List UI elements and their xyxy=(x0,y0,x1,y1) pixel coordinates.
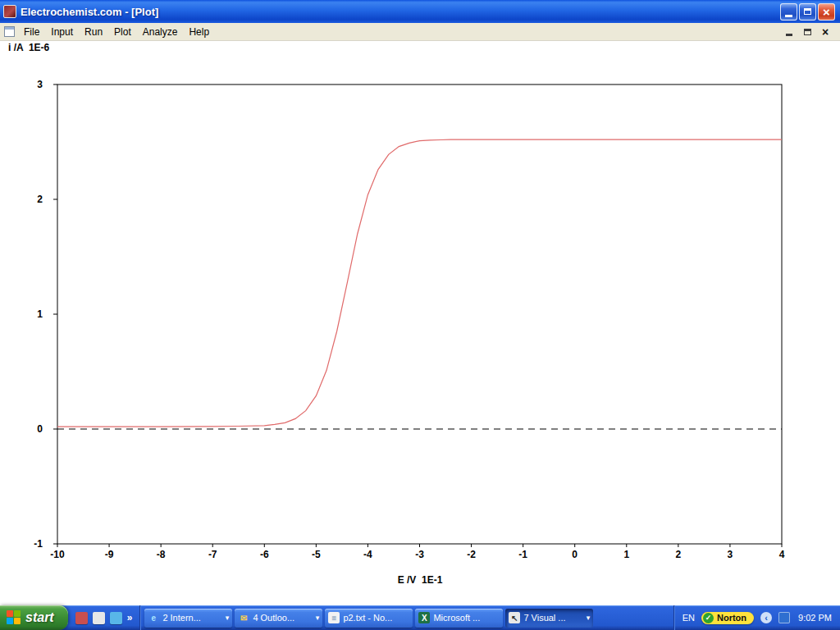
y-tick-label: 0 xyxy=(37,423,43,435)
plot-window-icon xyxy=(4,26,15,37)
quick-launch-overflow-chevron[interactable]: » xyxy=(127,612,133,623)
desktop-screen: Electrochemist.com - [Plot] × FileInputR… xyxy=(0,0,840,630)
x-tick-label: -2 xyxy=(467,549,476,560)
task-button-label: 7 Visual ... xyxy=(523,613,582,623)
menu-item-file[interactable]: File xyxy=(18,25,45,39)
group-chevron-icon: ▾ xyxy=(226,614,230,622)
task-button-label: 2 Intern... xyxy=(162,613,221,623)
mdi-minimize-icon xyxy=(786,34,792,36)
menu-item-analyze[interactable]: Analyze xyxy=(137,25,184,39)
minimize-button[interactable] xyxy=(780,3,797,21)
titlebar: Electrochemist.com - [Plot] × xyxy=(0,0,840,23)
group-chevron-icon: ▾ xyxy=(316,614,320,622)
language-indicator[interactable]: EN xyxy=(682,613,695,623)
start-button-label: start xyxy=(25,610,54,625)
system-tray: EN ✓ Norton ‹ 9:02 PM xyxy=(673,605,840,630)
y-tick-label: 1 xyxy=(37,308,43,320)
tray-icons xyxy=(778,612,790,623)
x-tick-label: -6 xyxy=(260,549,269,560)
taskbar-button-microsoft[interactable]: XMicrosoft ... xyxy=(415,609,503,628)
mdi-window-controls: × xyxy=(783,26,838,38)
task-button-label: Microsoft ... xyxy=(433,613,500,623)
minimize-icon xyxy=(785,15,792,17)
taskbar-clock: 9:02 PM xyxy=(797,613,832,623)
taskbar-button-4-outloo[interactable]: ✉4 Outloo...▾ xyxy=(235,609,322,628)
close-icon: × xyxy=(823,6,830,18)
x-tick-label: -10 xyxy=(50,549,65,560)
voltammogram-chart: -10-9-8-7-6-5-4-3-2-1012343210-1 xyxy=(0,41,840,605)
tray-icon-1[interactable] xyxy=(778,612,790,623)
close-button[interactable]: × xyxy=(818,3,835,21)
taskbar-button-2-intern[interactable]: e2 Intern...▾ xyxy=(144,609,232,628)
excel-icon: X xyxy=(418,612,430,623)
app-icon xyxy=(3,5,16,18)
norton-label: Norton xyxy=(717,613,746,623)
menu-items: FileInputRunPlotAnalyzeHelp xyxy=(18,25,215,39)
menubar: FileInputRunPlotAnalyzeHelp × xyxy=(0,23,840,41)
x-tick-label: -3 xyxy=(415,549,424,560)
start-button[interactable]: start xyxy=(0,605,68,630)
taskbar-button-7-visual[interactable]: ↖7 Visual ...▾ xyxy=(505,609,593,628)
x-tick-label: 0 xyxy=(572,549,578,560)
mdi-close-button[interactable]: × xyxy=(819,26,831,38)
x-axis-title: E /V 1E-1 xyxy=(0,574,840,586)
quick-launch-icons xyxy=(75,612,122,624)
menu-item-input[interactable]: Input xyxy=(45,25,79,39)
menu-item-run[interactable]: Run xyxy=(79,25,108,39)
quick-launch-icon-2[interactable] xyxy=(93,612,105,624)
x-tick-label: 3 xyxy=(728,549,733,560)
restore-button[interactable] xyxy=(799,3,816,21)
task-button-label: p2.txt - No... xyxy=(343,613,409,623)
plot-area: i /A 1E-6 -10-9-8-7-6-5-4-3-2-1012343210… xyxy=(0,41,840,605)
x-tick-label: -4 xyxy=(363,549,372,560)
x-tick-label: -9 xyxy=(105,549,114,560)
x-tick-label: -7 xyxy=(208,549,217,560)
windows-logo-icon xyxy=(7,610,21,625)
x-tick-label: -1 xyxy=(518,549,527,560)
visual-studio-icon: ↖ xyxy=(509,612,520,623)
quick-launch-icon-3[interactable] xyxy=(110,612,122,624)
norton-check-icon: ✓ xyxy=(703,613,714,623)
task-buttons: e2 Intern...▾✉4 Outloo...▾≡p2.txt - No..… xyxy=(144,609,593,628)
notepad-icon: ≡ xyxy=(328,612,340,623)
group-chevron-icon: ▾ xyxy=(587,614,591,622)
mdi-minimize-button[interactable] xyxy=(783,26,795,38)
y-tick-label: -1 xyxy=(34,538,43,550)
x-tick-label: 4 xyxy=(779,549,785,560)
quick-launch-icon-1[interactable] xyxy=(75,612,88,624)
menu-item-plot[interactable]: Plot xyxy=(108,25,137,39)
restore-icon xyxy=(804,8,811,15)
window-controls: × xyxy=(780,3,837,21)
series-simulated-current xyxy=(57,139,782,427)
x-tick-label: 1 xyxy=(623,549,629,560)
y-tick-label: 3 xyxy=(37,79,43,90)
internet-explorer-icon: e xyxy=(148,612,159,623)
quick-launch-bar: » xyxy=(68,605,141,630)
x-tick-label: 2 xyxy=(676,549,682,560)
plot-frame xyxy=(57,84,782,544)
taskbar-button-p2-txt-no[interactable]: ≡p2.txt - No... xyxy=(325,609,413,628)
outlook-icon: ✉ xyxy=(238,612,249,623)
window-title: Electrochemist.com - [Plot] xyxy=(21,6,776,18)
y-tick-label: 2 xyxy=(37,194,43,205)
menu-item-help[interactable]: Help xyxy=(183,25,215,39)
mdi-close-icon: × xyxy=(822,26,829,38)
norton-badge[interactable]: ✓ Norton xyxy=(701,612,754,624)
x-tick-label: -8 xyxy=(157,549,166,560)
taskbar: start » e2 Intern...▾✉4 Outloo...▾≡p2.tx… xyxy=(0,605,840,630)
mdi-restore-icon xyxy=(804,29,811,35)
hide-icons-chevron[interactable]: ‹ xyxy=(760,612,772,623)
x-tick-label: -5 xyxy=(312,549,321,560)
mdi-restore-button[interactable] xyxy=(801,26,813,38)
task-button-label: 4 Outloo... xyxy=(253,613,312,623)
